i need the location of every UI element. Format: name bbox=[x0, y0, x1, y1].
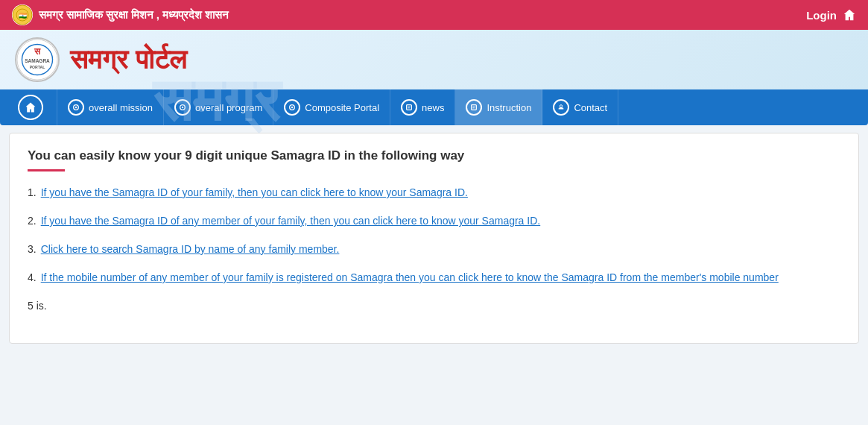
svg-point-9 bbox=[75, 107, 77, 109]
contact-icon bbox=[553, 99, 569, 116]
list-num: 4. bbox=[28, 271, 37, 283]
page-title: You can easily know your 9 digit unique … bbox=[28, 148, 840, 163]
link-family-id[interactable]: If you have the Samagra ID of your famil… bbox=[41, 186, 468, 198]
top-bar-login[interactable]: Login bbox=[806, 8, 856, 22]
site-title: समग्र पोर्टल bbox=[70, 44, 187, 75]
list-item: 2. If you have the Samagra ID of any mem… bbox=[28, 215, 840, 227]
top-bar: 🇮🇳 समग्र सामाजिक सुरक्षा मिशन , मध्यप्रद… bbox=[0, 0, 868, 30]
link-member-id[interactable]: If you have the Samagra ID of any member… bbox=[41, 215, 541, 227]
portal-logo: स SAMAGRA PORTAL bbox=[15, 37, 60, 82]
svg-rect-17 bbox=[472, 105, 477, 110]
nav-contact[interactable]: Contact bbox=[542, 89, 618, 125]
overall-program-icon bbox=[174, 99, 191, 116]
title-underline bbox=[28, 169, 65, 171]
svg-text:SAMAGRA: SAMAGRA bbox=[25, 58, 50, 63]
overall-mission-icon bbox=[68, 99, 84, 116]
home-nav-icon bbox=[18, 95, 43, 120]
news-icon bbox=[401, 99, 417, 116]
header: स SAMAGRA PORTAL समग्र पोर्टल समग्र bbox=[0, 30, 868, 89]
svg-text:स: स bbox=[34, 46, 41, 57]
nav-composite-portal[interactable]: Composite Portal bbox=[273, 89, 390, 125]
instruction-icon bbox=[466, 99, 482, 116]
link-search-name[interactable]: Click here to search Samagra ID by name … bbox=[41, 243, 340, 255]
link-mobile-id[interactable]: If the mobile number of any member of yo… bbox=[41, 271, 779, 283]
list-num: 1. bbox=[28, 186, 37, 198]
nav-home[interactable] bbox=[7, 89, 57, 125]
list-num: 3. bbox=[28, 243, 37, 255]
home-icon bbox=[843, 8, 856, 22]
list-item: 1. If you have the Samagra ID of your fa… bbox=[28, 186, 840, 198]
list-num: 2. bbox=[28, 215, 37, 227]
samagra-id-list: 1. If you have the Samagra ID of your fa… bbox=[28, 186, 840, 312]
svg-point-13 bbox=[291, 107, 294, 109]
list-num: 5 is. bbox=[28, 300, 47, 312]
nav-news[interactable]: news bbox=[390, 89, 455, 125]
top-bar-org: 🇮🇳 समग्र सामाजिक सुरक्षा मिशन , मध्यप्रद… bbox=[12, 4, 229, 25]
svg-point-20 bbox=[560, 105, 563, 107]
svg-rect-14 bbox=[407, 105, 412, 110]
navbar: overall mission overall program Composit… bbox=[0, 89, 868, 125]
main-content: You can easily know your 9 digit unique … bbox=[9, 133, 859, 344]
nav-overall-program[interactable]: overall program bbox=[164, 89, 273, 125]
svg-point-11 bbox=[182, 107, 184, 109]
nav-instruction[interactable]: Instruction bbox=[455, 89, 542, 125]
list-item: 3. Click here to search Samagra ID by na… bbox=[28, 243, 840, 255]
list-item: 5 is. bbox=[28, 300, 840, 312]
nav-overall-mission[interactable]: overall mission bbox=[57, 89, 164, 125]
emblem-icon: 🇮🇳 bbox=[12, 4, 33, 25]
list-item: 4. If the mobile number of any member of… bbox=[28, 271, 840, 283]
composite-portal-icon bbox=[284, 99, 300, 116]
svg-text:PORTAL: PORTAL bbox=[30, 65, 45, 69]
svg-text:🇮🇳: 🇮🇳 bbox=[19, 11, 28, 20]
